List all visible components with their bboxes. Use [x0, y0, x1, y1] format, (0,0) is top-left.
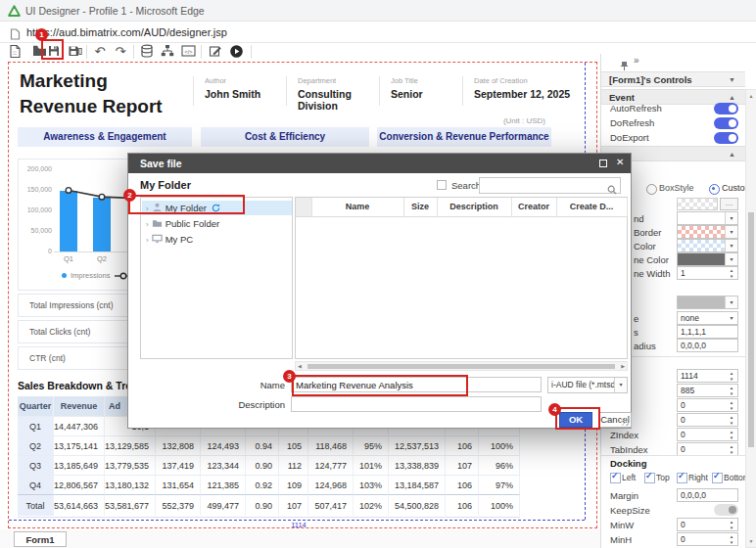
scroll-right-icon[interactable]: ▶ [621, 362, 625, 370]
report-tab-1[interactable]: Awareness & Engagement [18, 127, 192, 147]
dock-checkbox-left[interactable]: ✓ [610, 473, 621, 483]
report-tab-2[interactable]: Cost & Efficiency [201, 127, 369, 147]
spinner-arrows[interactable]: ▴▾ [727, 385, 736, 396]
tree-item-label: Public Folder [165, 218, 219, 229]
annotation-box-save [41, 39, 64, 60]
style-prop-control[interactable]: ▾ [677, 225, 738, 239]
margin-control[interactable]: 0,0,0,0 [677, 488, 738, 502]
table-cell: 131,654 [156, 475, 201, 494]
y-spinner[interactable]: 0▴▾ [677, 413, 738, 427]
close-icon[interactable]: ✕ [616, 157, 624, 167]
collapse-panel-icon[interactable]: » [634, 55, 639, 66]
table-cell: 53,614,663 [54, 494, 105, 516]
meta-label: Author [205, 76, 279, 85]
spinner-arrows[interactable]: ▴▾ [727, 267, 736, 279]
table-cell: 102% [354, 494, 389, 516]
list-header-creator[interactable]: Creator [511, 198, 557, 217]
height-spinner[interactable]: 885▴▾ [677, 384, 738, 397]
panel-header-bar[interactable]: [Form1]'s Controls ▼ [601, 71, 745, 87]
panel-scrollbar[interactable]: ▲ ▼ [745, 89, 756, 548]
table-cell: 124,493 [201, 435, 246, 455]
boxstyle-radio[interactable] [646, 184, 657, 195]
file-list-hscrollbar[interactable]: ◀ ▶ [295, 361, 628, 371]
toggle-autorefresh[interactable] [714, 103, 738, 114]
x-spinner[interactable]: 0▴▾ [677, 398, 738, 412]
chevron-down-icon: ▾ [725, 240, 737, 251]
legend-label-impressions: Impressions [71, 271, 110, 280]
keepsize-toggle[interactable] [714, 504, 738, 516]
dock-checkbox-right[interactable]: ✓ [677, 473, 687, 483]
style-swatch[interactable] [677, 198, 718, 210]
expander-icon[interactable]: › [146, 220, 149, 229]
shape-prop-control[interactable]: 1,1,1,1 [677, 325, 738, 339]
report-tab-3[interactable]: Conversion & Revenue Performance [377, 127, 551, 147]
scrollbar-thumb[interactable] [307, 364, 615, 369]
form-width-value: 1114 [281, 521, 316, 529]
dialog-titlebar[interactable]: Save file ✕ [128, 154, 631, 173]
table-cell: 13,129,585 [105, 435, 156, 455]
spinner-arrows[interactable]: ▴▾ [727, 533, 736, 545]
spinner-arrows[interactable]: ▴▾ [727, 443, 736, 455]
minw-control[interactable]: 0▴▾ [677, 518, 738, 531]
dock-checkbox-top[interactable]: ✓ [644, 473, 655, 483]
resize-grip[interactable] [621, 418, 629, 426]
table-cell: 118,468 [308, 435, 354, 455]
maximize-icon[interactable] [599, 160, 607, 167]
toggle-doexport[interactable] [714, 132, 738, 144]
spinner-arrows[interactable]: ▴▾ [727, 399, 736, 411]
event-label-doexport: DoExport [610, 131, 649, 145]
zindex-spinner[interactable]: 0▴▾ [677, 428, 738, 441]
dialog-location-heading: My Folder [140, 179, 191, 191]
style-prop-control[interactable]: 1▴▾ [677, 266, 738, 280]
scroll-up-icon[interactable]: ▲ [746, 91, 756, 101]
section-title: Sales Breakdown & Trend A [18, 380, 127, 391]
table-cell: 13,180,132 [105, 475, 156, 494]
spinner-arrows[interactable]: ▴▾ [727, 414, 736, 426]
dock-check-label: Top [656, 473, 670, 483]
list-header-create-d-[interactable]: Create D... [556, 198, 628, 217]
list-header-name[interactable]: Name [311, 198, 404, 217]
width-spinner[interactable]: 1114▴▾ [677, 369, 738, 383]
spinner-arrows[interactable]: ▴▾ [727, 519, 736, 530]
shape-prop-control[interactable]: none▾ [677, 311, 738, 325]
tree-item-my-pc[interactable]: ›My PC [142, 232, 292, 247]
style-prop-control[interactable]: ▾ [677, 239, 738, 252]
toggle-dorefresh[interactable] [714, 117, 738, 129]
spinner-arrows[interactable]: ▴▾ [727, 370, 736, 382]
list-header-description[interactable]: Description [437, 198, 512, 217]
expander-icon[interactable]: › [146, 236, 149, 245]
table-cell: 54,500,828 [389, 494, 446, 516]
scroll-left-icon[interactable]: ◀ [298, 362, 302, 370]
table-cell: 132,808 [156, 435, 201, 455]
dock-check-label: Right [688, 473, 708, 483]
dock-checkbox-bottom[interactable]: ✓ [712, 473, 723, 483]
table-cell: 123,344 [201, 455, 246, 475]
shape-prop-control[interactable]: ▾ [677, 296, 738, 309]
meta-label: Department [298, 76, 374, 85]
search-input[interactable] [479, 177, 621, 194]
spinner-arrows[interactable]: ▴▾ [727, 429, 736, 440]
list-header-size[interactable]: Size [403, 198, 438, 217]
meta-label: Job Title [391, 76, 457, 85]
style-prop-control[interactable]: ▾ [677, 252, 738, 266]
annotation-step-2: 2 [123, 189, 136, 202]
style-prop-control[interactable]: ▾ [677, 211, 738, 225]
margin-label: Margin [610, 489, 638, 503]
description-label: Description [222, 399, 285, 410]
scroll-down-icon[interactable]: ▼ [746, 536, 756, 546]
custom-radio[interactable] [709, 184, 720, 195]
tree-item-public-folder[interactable]: ›Public Folder [142, 216, 292, 231]
description-input[interactable] [291, 396, 542, 412]
minh-label: MinH [610, 533, 632, 547]
minh-control[interactable]: 0▴▾ [677, 532, 738, 546]
shape-prop-label: e [634, 312, 638, 326]
ellipsis-button[interactable]: … [720, 198, 738, 210]
shape-prop-control[interactable]: 0,0,0,0 [677, 339, 738, 352]
file-type-select[interactable]: i-AUD file (*.mtsd) ▾ [547, 377, 628, 393]
folder-tree: ›My Folder›Public Folder›My PC [140, 197, 293, 359]
table-cell: 106 [446, 475, 479, 494]
scrollbar-thumb[interactable] [748, 212, 754, 447]
tabindex-spinner[interactable]: 0▴▾ [677, 442, 738, 456]
search-all-checkbox[interactable] [437, 180, 447, 190]
check-icon: ✓ [678, 471, 685, 480]
